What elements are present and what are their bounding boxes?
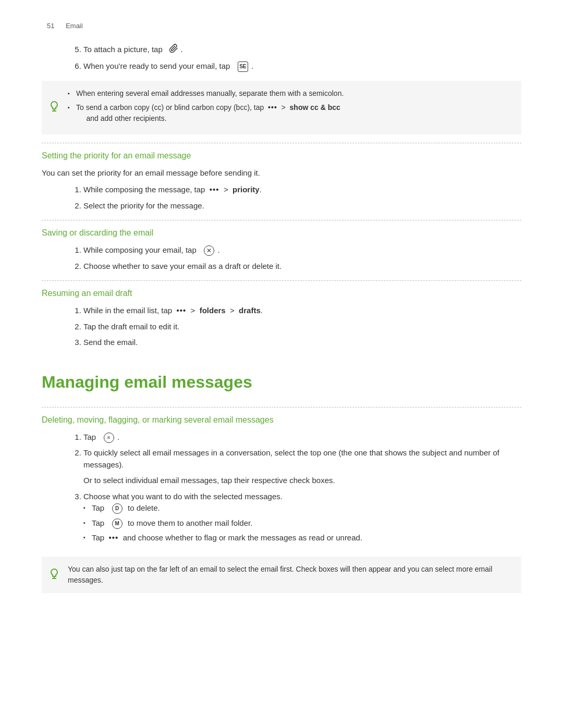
section-resuming-heading: Resuming an email draft <box>42 280 521 300</box>
section-priority-intro: You can set the priority for an email me… <box>42 167 521 179</box>
section-saving: Saving or discarding the email While com… <box>42 220 521 272</box>
intro-steps: To attach a picture, tap . When you're r… <box>63 44 521 72</box>
saving-step-1: While composing your email, tap ✕ . <box>83 244 521 256</box>
managing-step2-text1: To quickly select all email messages in … <box>83 447 521 471</box>
dots-managing: ••• <box>109 533 119 542</box>
dots-resuming: ••• <box>176 306 186 315</box>
priority-step-2: Select the priority for the message. <box>83 200 521 212</box>
saving-step-2: Choose whether to save your email as a d… <box>83 261 521 273</box>
step5-text: To attach a picture, tap . <box>83 45 183 54</box>
tip-box-2: You can also just tap on the far left of… <box>42 557 521 593</box>
menu-icon: ≡ <box>104 433 114 443</box>
section-managing: Deleting, moving, flagging, or marking s… <box>42 407 521 544</box>
managing-step3-subitems: Tap D to delete. Tap M to move them to a… <box>83 502 521 544</box>
page-number-bar: 51 Email <box>42 21 521 31</box>
page-section: Email <box>66 22 83 30</box>
managing-step-1: Tap ≡ . <box>83 431 521 443</box>
tip1-item1: When entering several email addresses ma… <box>68 88 512 99</box>
move-icon: M <box>112 519 123 529</box>
lightbulb-icon-1 <box>48 100 63 115</box>
managing-steps: Tap ≡ . To quickly select all email mess… <box>63 431 521 544</box>
dots-icon-tip1: ••• <box>268 103 277 112</box>
resuming-step-2: Tap the draft email to edit it. <box>83 321 521 333</box>
tip1-item2: To send a carbon copy (cc) or blind carb… <box>68 102 512 124</box>
step-6: When you're ready to send your email, ta… <box>83 60 521 72</box>
x-circle-icon: ✕ <box>204 245 214 256</box>
managing-step-2: To quickly select all email messages in … <box>83 447 521 487</box>
resuming-step-3: Send the email. <box>83 337 521 349</box>
resuming-step-1: While in the email list, tap ••• > folde… <box>83 305 521 317</box>
attachment-icon <box>169 44 178 57</box>
lightbulb-icon-2 <box>48 567 63 582</box>
managing-step2-text2: Or to select individual email messages, … <box>83 475 521 487</box>
managing-step-3: Choose what you want to do with the sele… <box>83 491 521 544</box>
managing-sub1: Tap D to delete. <box>83 502 521 514</box>
priority-step-1: While composing the message, tap ••• > p… <box>83 184 521 196</box>
saving-steps: While composing your email, tap ✕ . Choo… <box>63 244 521 272</box>
tip1-list: When entering several email addresses ma… <box>68 88 512 124</box>
resuming-steps: While in the email list, tap ••• > folde… <box>63 305 521 349</box>
send-icon: SE <box>238 61 248 72</box>
managing-sub3: Tap ••• and choose whether to flag or ma… <box>83 532 521 544</box>
dots-priority: ••• <box>210 185 219 194</box>
priority-steps: While composing the message, tap ••• > p… <box>63 184 521 212</box>
section-managing-heading: Deleting, moving, flagging, or marking s… <box>42 407 521 426</box>
section-saving-heading: Saving or discarding the email <box>42 220 521 239</box>
tip2-text: You can also just tap on the far left of… <box>68 564 512 586</box>
tip-box-1: When entering several email addresses ma… <box>42 81 521 134</box>
managing-sub2: Tap M to move them to another mail folde… <box>83 517 521 529</box>
section-resuming: Resuming an email draft While in the ema… <box>42 280 521 349</box>
main-heading: Managing email messages <box>42 369 521 394</box>
step6-text: When you're ready to send your email, ta… <box>83 61 253 70</box>
page-number: 51 <box>47 22 54 30</box>
delete-icon: D <box>112 503 123 514</box>
step-5: To attach a picture, tap . <box>83 44 521 57</box>
section-priority-heading: Setting the priority for an email messag… <box>42 143 521 162</box>
section-priority: Setting the priority for an email messag… <box>42 143 521 212</box>
